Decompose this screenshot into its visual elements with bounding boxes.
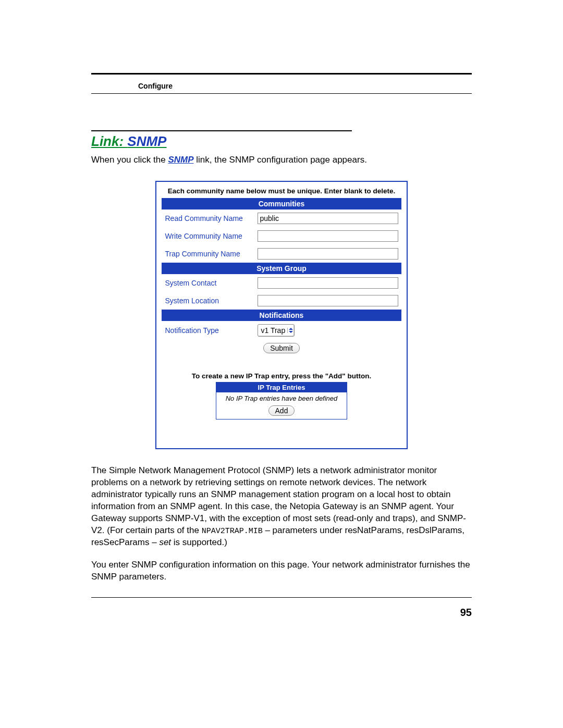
system-location-label: System Location (162, 292, 254, 310)
ip-trap-empty-text: No IP Trap entries have been defined (216, 392, 347, 403)
snmp-config-screenshot: Each community name below must be unique… (155, 181, 408, 449)
add-button[interactable]: Add (268, 405, 295, 416)
snmp-link[interactable]: SNMP (168, 155, 193, 165)
submit-button[interactable]: Submit (263, 343, 300, 353)
trap-community-input[interactable] (258, 248, 398, 260)
read-community-input[interactable] (258, 213, 398, 224)
ip-trap-header: IP Trap Entries (216, 382, 347, 392)
system-location-input[interactable] (258, 295, 398, 306)
system-group-header: System Group (162, 263, 401, 274)
write-community-input[interactable] (258, 230, 398, 242)
intro-text: When you click the SNMP link, the SNMP c… (91, 155, 472, 165)
add-trap-note: To create a new IP Trap entry, press the… (162, 372, 401, 380)
system-contact-input[interactable] (258, 277, 398, 289)
trap-community-label: Trap Community Name (162, 245, 254, 263)
title-link: SNMP (127, 133, 166, 149)
notification-type-select[interactable]: v1 Trap (258, 324, 295, 337)
title-prefix: Link: (91, 133, 127, 149)
body-paragraph-2: You enter SNMP configuration information… (91, 559, 472, 583)
header-section-label: Configure (138, 82, 472, 90)
notifications-header: Notifications (162, 310, 401, 321)
notification-type-label: Notification Type (162, 321, 254, 340)
page-number: 95 (460, 607, 472, 619)
communities-header: Communities (162, 199, 401, 209)
page-title: Link: SNMP (91, 133, 472, 150)
system-contact-label: System Contact (162, 274, 254, 292)
chevron-updown-icon (287, 328, 293, 333)
community-unique-note: Each community name below must be unique… (162, 187, 401, 195)
read-community-label: Read Community Name (162, 209, 254, 228)
ip-trap-entries-box: IP Trap Entries No IP Trap entries have … (216, 382, 347, 419)
write-community-label: Write Community Name (162, 227, 254, 245)
body-paragraph-1: The Simple Network Management Protocol (… (91, 465, 472, 549)
